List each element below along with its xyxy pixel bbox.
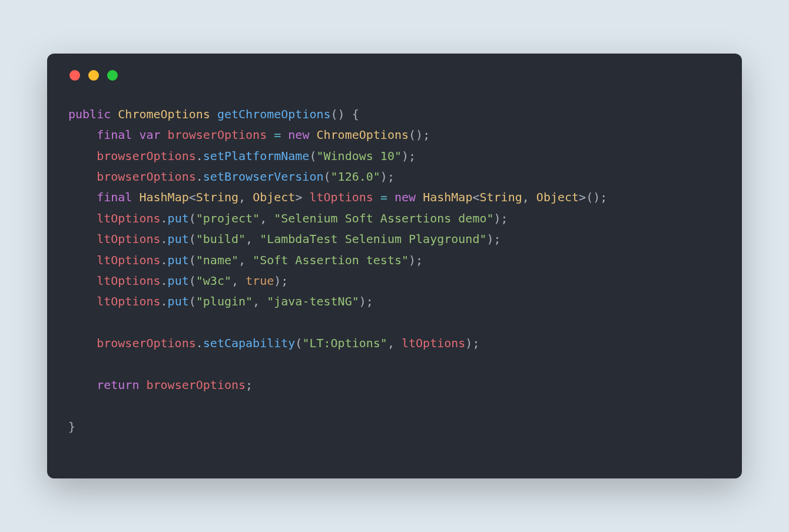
str-w3c: "w3c" [196, 274, 231, 288]
type-chromeoptions: ChromeOptions [118, 107, 210, 121]
str-ltoptions: "LT:Options" [302, 336, 387, 350]
type-chromeoptions: ChromeOptions [317, 128, 409, 142]
op-eq: = [274, 128, 281, 142]
type-hashmap: HashMap [139, 190, 188, 204]
type-hashmap: HashMap [423, 190, 472, 204]
fn-setbrowserversion: setBrowserVersion [203, 169, 324, 184]
brace-close: } [68, 420, 75, 434]
lit-true: true [246, 274, 274, 288]
type-string: String [196, 190, 238, 204]
id-browseroptions: browserOptions [97, 169, 196, 184]
str-plugin-val: "java-testNG" [267, 294, 359, 308]
type-object: Object [253, 190, 295, 204]
str-project: "project" [196, 211, 260, 225]
window-controls [69, 70, 721, 81]
keyword-final: final [97, 190, 132, 204]
keyword-final: final [97, 128, 132, 142]
keyword-public: public [68, 107, 111, 121]
brace-open: { [352, 107, 359, 121]
id-browseroptions: browserOptions [97, 149, 196, 163]
keyword-var: var [139, 128, 160, 142]
str-name: "name" [196, 253, 238, 267]
fn-put: put [168, 211, 189, 225]
close-icon[interactable] [69, 70, 80, 81]
str-name-val: "Soft Assertion tests" [253, 253, 409, 267]
keyword-return: return [97, 378, 139, 392]
str-windows10: "Windows 10" [316, 149, 402, 163]
str-build: "build" [196, 232, 246, 246]
str-126: "126.0" [331, 169, 380, 184]
id-browseroptions: browserOptions [168, 128, 267, 142]
code-block: public ChromeOptions getChromeOptions() … [68, 104, 721, 437]
str-plugin: "plugin" [196, 294, 253, 308]
paren-close: ) [338, 107, 345, 121]
fn-getchromeoptions: getChromeOptions [217, 107, 331, 121]
str-build-val: "LambdaTest Selenium Playground" [260, 232, 486, 246]
minimize-icon[interactable] [88, 70, 99, 81]
keyword-new: new [394, 190, 416, 204]
str-project-val: "Selenium Soft Assertions demo" [274, 211, 493, 225]
id-ltoptions: ltOptions [309, 190, 373, 204]
fn-setcapability: setCapability [203, 336, 296, 350]
id-ltoptions: ltOptions [97, 211, 160, 225]
fn-setplatformname: setPlatformName [203, 149, 310, 163]
code-window: public ChromeOptions getChromeOptions() … [47, 54, 742, 478]
keyword-new: new [288, 128, 309, 142]
paren-open: ( [331, 107, 338, 121]
maximize-icon[interactable] [107, 70, 118, 81]
